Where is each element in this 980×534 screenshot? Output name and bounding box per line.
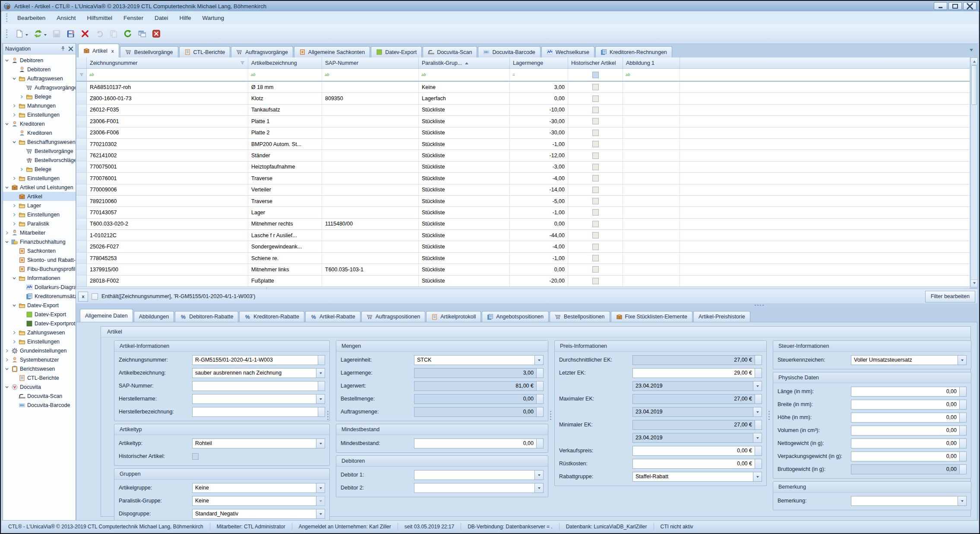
spin-side-button[interactable] [537,381,544,391]
grid-row[interactable]: 26012-F035TankaufsatzStückliste-10,00 [76,105,970,116]
nav-item-datev-export[interactable]: Datev-Export [3,301,76,310]
dropdown-button[interactable] [958,355,967,365]
scroll-up-button[interactable] [971,58,977,65]
column-splitter-icon[interactable] [768,411,770,420]
column-splitter-icon[interactable] [327,411,329,420]
spin-side-button[interactable] [537,439,544,448]
collapse-icon[interactable] [5,185,9,190]
row-checkbox[interactable] [592,118,599,124]
expand-icon[interactable] [19,167,24,172]
column-header-lagermenge[interactable]: Lagermenge [510,57,568,68]
nav-item-belege[interactable]: Belege [3,165,76,174]
input-herstellername[interactable] [192,394,316,404]
nav-item-einstellungen[interactable]: Einstellungen [3,337,76,346]
input-date[interactable]: 23.04.2019 [632,433,753,443]
expand-icon[interactable] [12,330,17,335]
nav-item-einstellungen[interactable]: Einstellungen [3,110,76,119]
input-herstellerbezeichnung[interactable] [192,407,318,417]
spin-side-button[interactable] [318,355,325,365]
collapse-icon[interactable] [12,140,17,144]
row-checkbox[interactable] [592,164,599,170]
spin-side-button[interactable] [755,420,762,430]
filter-cell-abbildung-1[interactable]: ab [623,69,680,81]
input-nettogewicht-in-g[interactable]: 0,00 [851,439,960,448]
detail-tab-bestellpositionen[interactable]: Bestellpositionen [550,311,610,322]
spin-side-button[interactable] [755,446,762,456]
tab-docuvita-scan[interactable]: Docuvita-Scan [423,46,477,57]
spin-side-button[interactable] [318,407,325,417]
input-bestellmenge[interactable]: 0,00 [414,394,537,404]
nav-item-kreditoren[interactable]: Kreditoren [3,128,76,137]
tab-allgemeine-sachkonten[interactable]: Allgemeine Sachkonten [294,46,370,57]
detail-tab-angebotspositionen[interactable]: Angebotspositionen [482,311,549,322]
tab-docuvita-barcode[interactable]: Docuvita-Barcode [478,46,540,57]
nav-item-fibu-buchungsprofil[interactable]: Fibu-Buchungsprofil [3,264,76,273]
row-checkbox[interactable] [592,232,599,238]
input-artikeltyp[interactable]: Rohteil [192,439,316,448]
input-h-he-in-mm[interactable]: 0,00 [851,413,960,423]
collapse-icon[interactable] [5,385,9,389]
filter-icon[interactable] [240,60,245,65]
menu-item-datei[interactable]: Datei [149,13,174,23]
nav-item-einstellungen[interactable]: Einstellungen [3,210,76,219]
nav-item-paralistik[interactable]: Paralistik [3,219,76,228]
nav-item-docuvita-scan[interactable]: Docuvita-Scan [3,391,76,400]
input-verpackungsgewicht-in-g[interactable]: 0,00 [851,451,960,461]
spin-side-button[interactable] [960,426,967,435]
nav-item-artikel[interactable]: Artikel [3,192,76,201]
filter-cell-zeichnungsnummer[interactable]: ab [87,69,248,81]
nav-item-mahnungen[interactable]: Mahnungen [3,101,76,110]
tab-auftragsvorg-nge[interactable]: Auftragsvorgänge [231,46,293,57]
nav-item-beschaffungswesen[interactable]: Beschaffungswesen [3,137,76,146]
toolbar-grip-handle[interactable] [6,29,9,38]
tab-close-icon[interactable]: x [111,48,114,54]
expand-icon[interactable] [12,339,17,344]
collapse-icon[interactable] [12,303,17,308]
tab-datev-export[interactable]: Datev-Export [371,46,422,57]
collapse-icon[interactable] [12,276,17,280]
dropdown-button[interactable] [753,381,762,391]
grid-row[interactable]: 23006-F001Platte 1Stückliste-30,00 [76,116,970,127]
dropdown-button[interactable] [316,509,325,519]
dropdown-arrow-icon[interactable] [25,34,28,37]
row-checkbox[interactable] [592,153,599,159]
nav-item-debitoren[interactable]: Debitoren [3,65,76,74]
grid-vertical-scrollbar[interactable] [971,57,978,287]
close-button[interactable] [963,2,977,10]
dropdown-button[interactable] [535,483,544,493]
collapse-icon[interactable] [12,76,17,81]
toolbar-save-close-button[interactable]: x [64,27,77,41]
grid-row[interactable]: 789210060TraverseStückliste-5,00 [76,196,970,207]
expand-icon[interactable] [19,94,24,99]
collapse-icon[interactable] [5,239,9,244]
nav-item-belege[interactable]: Belege [3,92,76,101]
menu-item-wartung[interactable]: Wartung [196,13,230,23]
nav-item-bestellvorschl-ge[interactable]: ?Bestellvorschläge [3,156,76,165]
grid-row[interactable]: 770075001HeiztopfaufnahmeStückliste-3,00 [76,162,970,173]
nav-item-datev-export[interactable]: Datev-Export [3,310,76,319]
tab-overflow-dropdown-icon[interactable] [970,49,973,53]
collapse-icon[interactable] [5,58,9,63]
input-r-stkosten[interactable]: 0,00 € [632,459,755,469]
column-header-abbildung-1[interactable]: Abbildung 1 [623,57,680,68]
filter-checkbox[interactable] [592,72,599,78]
nav-item-docuvita-barcode[interactable]: Docuvita-Barcode [3,400,76,410]
dropdown-button[interactable] [753,407,762,417]
filter-cell-paralistik-grup[interactable]: ab [419,69,510,81]
dropdown-button[interactable] [316,483,325,493]
column-splitter-icon[interactable] [550,411,552,420]
column-header-paralistik-grup[interactable]: Paralistik-Grup... [419,57,510,68]
toolbar-delete-button[interactable] [79,27,92,41]
collapse-icon[interactable] [5,121,9,126]
input-mindestbestand[interactable]: 0,00 [414,439,537,448]
grid-row[interactable]: RA68510137-rohØ 18 mmKeine3,00 [76,82,970,93]
toolbar-new-window-button[interactable] [136,27,149,41]
detail-tab-abbildungen[interactable]: Abbildungen [134,311,174,322]
spin-side-button[interactable] [960,400,967,410]
nav-item-artikel-und-leistungen[interactable]: Artikel und Leistungen [3,183,76,192]
input-debitor-1[interactable] [414,470,535,480]
menu-grip-handle[interactable] [6,13,9,22]
nav-item-datev-exportprotokoll[interactable]: Datev-Exportprotokoll [3,319,76,328]
input-maximaler-ek[interactable]: 27,00 € [632,394,755,404]
detail-tab-allgemeine-daten[interactable]: Allgemeine Daten [80,309,133,322]
